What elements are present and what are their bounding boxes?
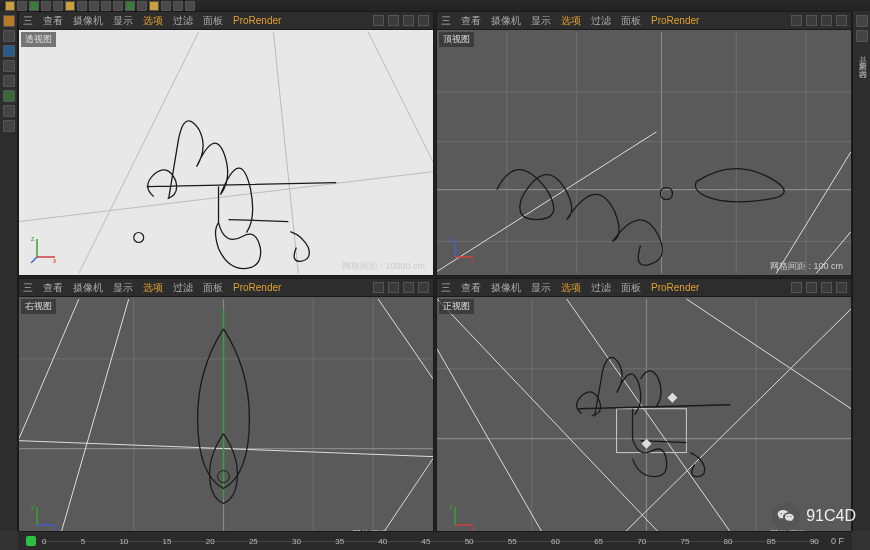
viewport-nav-icon[interactable]	[821, 282, 832, 293]
menu-filter[interactable]: 过滤	[591, 281, 611, 295]
tool-icon[interactable]	[3, 45, 15, 57]
viewport-nav-icon[interactable]	[821, 15, 832, 26]
toolbar-icon[interactable]	[5, 1, 15, 11]
viewport-nav-icon[interactable]	[806, 15, 817, 26]
viewport-canvas[interactable]: 右视图 y z	[19, 297, 433, 542]
menu-handle-icon[interactable]: 三	[23, 14, 33, 28]
svg-line-52	[686, 299, 851, 409]
playhead-icon[interactable]	[26, 536, 36, 546]
viewport-perspective: 三 查看 摄像机 显示 选项 过滤 面板 ProRender 透视图	[18, 11, 434, 276]
viewport-canvas[interactable]: 透视图 z x 网格间距 : 10000 cm	[19, 30, 433, 275]
toolbar-icon[interactable]	[185, 1, 195, 11]
tool-icon[interactable]	[3, 30, 15, 42]
viewport-nav-icon[interactable]	[388, 282, 399, 293]
viewport-nav-icon[interactable]	[373, 15, 384, 26]
menu-view[interactable]: 查看	[461, 281, 481, 295]
toolbar-icon[interactable]	[53, 1, 63, 11]
menu-handle-icon[interactable]: 三	[441, 281, 451, 295]
tool-icon[interactable]	[3, 75, 15, 87]
viewport-nav-icon[interactable]	[418, 282, 429, 293]
viewport-nav-icon[interactable]	[403, 15, 414, 26]
menu-filter[interactable]: 过滤	[173, 14, 193, 28]
menu-display[interactable]: 显示	[531, 281, 551, 295]
viewport-menu: 三 查看 摄像机 显示 选项 过滤 面板 ProRender	[19, 279, 433, 297]
menu-panel[interactable]: 面板	[621, 281, 641, 295]
toolbar-icon[interactable]	[77, 1, 87, 11]
tick: 40	[378, 537, 387, 546]
toolbar-icon[interactable]	[149, 1, 159, 11]
viewport-nav-icon[interactable]	[836, 15, 847, 26]
timeline[interactable]: 0 5 10 15 20 25 30 35 40 45 50 55 60 65 …	[18, 531, 852, 550]
menu-display[interactable]: 显示	[113, 281, 133, 295]
timeline-ticks: 0 5 10 15 20 25 30 35 40 45 50 55 60 65 …	[42, 537, 819, 546]
toolbar-icon[interactable]	[65, 1, 75, 11]
viewport-nav-icon[interactable]	[403, 282, 414, 293]
toolbar-icon[interactable]	[89, 1, 99, 11]
toolbar-icon[interactable]	[101, 1, 111, 11]
toolbar-icon[interactable]	[173, 1, 183, 11]
viewport-nav-icon[interactable]	[373, 282, 384, 293]
menu-panel[interactable]: 面板	[203, 14, 223, 28]
viewport-menu: 三 查看 摄像机 显示 选项 过滤 面板 ProRender	[437, 12, 851, 30]
toolbar-icon[interactable]	[137, 1, 147, 11]
menu-options[interactable]: 选项	[143, 14, 163, 28]
menu-prorender[interactable]: ProRender	[233, 15, 281, 26]
viewport-nav-icon[interactable]	[791, 15, 802, 26]
menu-view[interactable]: 查看	[43, 14, 63, 28]
svg-text:z: z	[449, 235, 453, 242]
menu-options[interactable]: 选项	[561, 281, 581, 295]
menu-camera[interactable]: 摄像机	[73, 14, 103, 28]
toolbar-icon[interactable]	[29, 1, 39, 11]
viewport-canvas[interactable]: 顶视图 z x 网格间距 : 100 cm	[437, 30, 851, 275]
viewport-nav-icon[interactable]	[791, 282, 802, 293]
panel-icon[interactable]	[856, 30, 868, 42]
menu-options[interactable]: 选项	[561, 14, 581, 28]
svg-line-2	[79, 32, 199, 273]
viewport-right: 三 查看 摄像机 显示 选项 过滤 面板 ProRender 右视图	[18, 278, 434, 543]
menu-handle-icon[interactable]: 三	[441, 14, 451, 28]
svg-line-50	[567, 299, 737, 540]
menu-prorender[interactable]: ProRender	[651, 282, 699, 293]
viewport-nav-icon[interactable]	[418, 15, 429, 26]
menu-panel[interactable]: 面板	[621, 14, 641, 28]
viewport-nav-icon[interactable]	[806, 282, 817, 293]
viewport-menu: 三 查看 摄像机 显示 选项 过滤 面板 ProRender	[19, 12, 433, 30]
tool-icon[interactable]	[3, 60, 15, 72]
tool-icon[interactable]	[3, 105, 15, 117]
menu-view[interactable]: 查看	[461, 14, 481, 28]
toolbar-icon[interactable]	[125, 1, 135, 11]
tool-icon[interactable]	[3, 15, 15, 27]
svg-text:y: y	[31, 503, 35, 511]
svg-text:z: z	[31, 235, 35, 242]
tick: 10	[119, 537, 128, 546]
frame-field[interactable]: 0 F	[831, 536, 844, 546]
viewport-scene	[19, 297, 433, 542]
menu-prorender[interactable]: ProRender	[651, 15, 699, 26]
menu-panel[interactable]: 面板	[203, 281, 223, 295]
svg-line-20	[776, 152, 851, 274]
viewport-nav-icon[interactable]	[836, 282, 847, 293]
toolbar-icon[interactable]	[41, 1, 51, 11]
viewport-nav-icon[interactable]	[388, 15, 399, 26]
tick: 15	[163, 537, 172, 546]
tick: 70	[637, 537, 646, 546]
toolbar-icon[interactable]	[17, 1, 27, 11]
axis-gizmo-icon: z x	[447, 235, 477, 265]
menu-camera[interactable]: 摄像机	[73, 281, 103, 295]
toolbar-icon[interactable]	[113, 1, 123, 11]
tick: 25	[249, 537, 258, 546]
menu-filter[interactable]: 过滤	[173, 281, 193, 295]
panel-icon[interactable]	[856, 15, 868, 27]
menu-handle-icon[interactable]: 三	[23, 281, 33, 295]
menu-prorender[interactable]: ProRender	[233, 282, 281, 293]
menu-options[interactable]: 选项	[143, 281, 163, 295]
menu-filter[interactable]: 过滤	[591, 14, 611, 28]
tool-icon[interactable]	[3, 120, 15, 132]
menu-view[interactable]: 查看	[43, 281, 63, 295]
menu-display[interactable]: 显示	[531, 14, 551, 28]
menu-display[interactable]: 显示	[113, 14, 133, 28]
toolbar-icon[interactable]	[161, 1, 171, 11]
tool-icon[interactable]	[3, 90, 15, 102]
menu-camera[interactable]: 摄像机	[491, 14, 521, 28]
menu-camera[interactable]: 摄像机	[491, 281, 521, 295]
